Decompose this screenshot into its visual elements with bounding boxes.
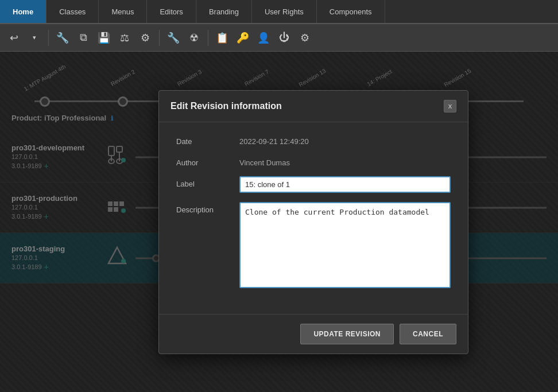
tool-btn-12[interactable]: ⚙	[296, 29, 314, 47]
tool-btn-11[interactable]: ⏻	[275, 29, 293, 47]
date-value: 2022-09-21 12:49:20	[239, 134, 309, 146]
tab-branding[interactable]: Branding	[196, 0, 252, 23]
description-textarea[interactable]: Clone of the current Production datamode…	[239, 202, 451, 288]
modal-footer: UPDATE REVISION CANCEL	[159, 314, 468, 354]
main-area: 1: MTP August 4th Revision 2 Revision 3 …	[0, 52, 558, 392]
tool-btn-4[interactable]: ⚖	[115, 29, 134, 47]
modal-close-button[interactable]: x	[444, 100, 456, 112]
tool-btn-5[interactable]: ⚙	[136, 29, 154, 47]
undo-button[interactable]: ↩	[5, 29, 23, 47]
label-input[interactable]	[239, 176, 451, 193]
update-revision-button[interactable]: UPDATE REVISION	[300, 324, 394, 344]
cancel-button[interactable]: CANCEL	[400, 324, 456, 344]
tool-btn-9[interactable]: 🔑	[234, 29, 252, 47]
form-row-label: Label	[176, 176, 451, 193]
author-label: Author	[176, 155, 239, 167]
author-value: Vincent Dumas	[239, 155, 290, 167]
date-label: Date	[176, 134, 239, 146]
tab-classes[interactable]: Classes	[46, 0, 99, 23]
tab-bar: Home Classes Menus Editors Branding User…	[0, 0, 558, 24]
tab-components[interactable]: Components	[317, 0, 385, 23]
tool-btn-6[interactable]: 🔧	[164, 29, 183, 47]
form-row-description: Description Clone of the current Product…	[176, 202, 451, 288]
tool-btn-1[interactable]: 🔧	[53, 29, 72, 47]
tab-user-rights[interactable]: User Rights	[252, 0, 317, 23]
tab-editors[interactable]: Editors	[147, 0, 196, 23]
modal-overlay: Edit Revision information x Date 2022-09…	[0, 52, 558, 392]
tool-btn-2[interactable]: ⧉	[74, 29, 92, 47]
tool-btn-3[interactable]: 💾	[95, 29, 113, 47]
toolbar-separator-3	[208, 30, 208, 46]
tool-btn-10[interactable]: 👤	[254, 29, 273, 47]
modal-header: Edit Revision information x	[159, 91, 468, 122]
undo-arrow-button[interactable]: ▾	[25, 29, 44, 47]
modal-body: Date 2022-09-21 12:49:20 Author Vincent …	[159, 122, 468, 314]
toolbar-separator-1	[48, 30, 49, 46]
description-label: Description	[176, 202, 239, 214]
tool-btn-8[interactable]: 📋	[213, 29, 231, 47]
modal-title: Edit Revision information	[170, 101, 282, 111]
form-row-author: Author Vincent Dumas	[176, 155, 451, 167]
toolbar: ↩ ▾ 🔧 ⧉ 💾 ⚖ ⚙ 🔧 ☢ 📋 🔑 👤 ⏻ ⚙	[0, 24, 558, 52]
tab-menus[interactable]: Menus	[99, 0, 147, 23]
tool-btn-7[interactable]: ☢	[185, 29, 203, 47]
label-field-label: Label	[176, 176, 239, 188]
form-row-date: Date 2022-09-21 12:49:20	[176, 134, 451, 146]
toolbar-separator-2	[159, 30, 160, 46]
modal-edit-revision: Edit Revision information x Date 2022-09…	[158, 90, 468, 354]
tab-home[interactable]: Home	[0, 0, 46, 23]
